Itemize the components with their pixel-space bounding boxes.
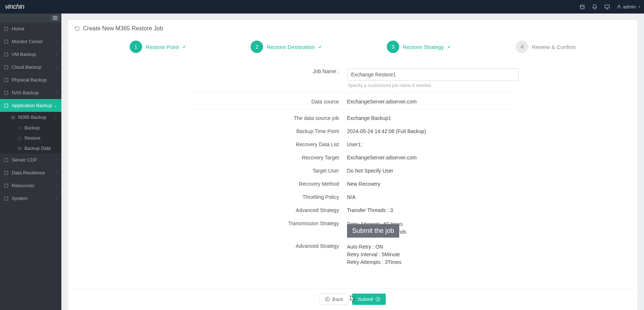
svg-rect-7 [4, 53, 8, 56]
field-label: Target User [68, 166, 347, 174]
review-row: Data sourceExchangeServer.adserver.com [68, 94, 637, 107]
step-4[interactable]: 4Review & Confirm [516, 41, 576, 53]
field-label: Recovery Method [68, 179, 347, 187]
svg-rect-2 [605, 5, 609, 8]
list-icon[interactable] [579, 4, 585, 10]
sidebar-subsub-restore[interactable]: Restore [0, 133, 61, 143]
sidebar-item-vm-backup[interactable]: VM Backup‹ [0, 48, 61, 61]
step-number: 4 [516, 41, 528, 53]
field-value: 2024-05-24 14:42:08 (Full Backup) [347, 127, 637, 134]
chevron-left-icon: ‹ [56, 65, 57, 69]
field-value: Exchange Backup1 [347, 114, 637, 121]
app-header: vinchin admin [0, 0, 644, 14]
job-name-input[interactable] [347, 68, 519, 81]
divider [192, 109, 513, 109]
chevron-down-icon [638, 5, 641, 8]
step-label: Restore Point [146, 44, 179, 50]
advanced-strategy-2-row: Advanced Strategy Auto Retry : ONRetry I… [68, 239, 637, 269]
chevron-left-icon: ‹ [56, 39, 57, 44]
submit-button[interactable]: Submit [352, 294, 385, 305]
chevron-left-icon: ‹ [56, 158, 57, 162]
step-2[interactable]: 2Restore Destination✔ [251, 41, 322, 53]
step-number: 1 [130, 41, 142, 53]
sidebar-collapse-button[interactable] [51, 15, 59, 21]
main-area: Create New M365 Restore Job 1Restore Poi… [61, 14, 644, 310]
review-row: Backup Time Point2024-05-24 14:42:08 (Fu… [68, 124, 637, 137]
wizard-stepper: 1Restore Point✔2Restore Destination✔3Res… [68, 37, 637, 60]
job-name-hint: Specify a customized job name if needed. [348, 83, 637, 88]
review-row: Advanced StrategyTransfer Threads : 3 [68, 203, 637, 216]
field-label: Throttling Policy [68, 193, 347, 200]
svg-rect-18 [4, 171, 8, 174]
svg-point-14 [18, 126, 21, 129]
step-3[interactable]: 3Restore Strategy✔ [387, 41, 451, 53]
sidebar-item-physical-backup[interactable]: Physical Backup‹ [0, 73, 61, 86]
bell-icon[interactable] [592, 4, 598, 10]
svg-rect-10 [4, 91, 8, 94]
svg-rect-0 [580, 5, 584, 9]
check-icon: ✔ [319, 45, 322, 49]
job-name-row: Job Name : Specify a customized job name… [68, 64, 637, 91]
svg-point-22 [376, 297, 380, 301]
svg-rect-19 [4, 184, 8, 187]
arrow-right-icon [376, 297, 380, 302]
svg-rect-5 [4, 27, 8, 30]
header-tools: admin [579, 4, 641, 10]
svg-point-21 [326, 297, 330, 301]
field-label: The data source job [68, 114, 347, 121]
sidebar-item-system[interactable]: System‹ [0, 192, 61, 205]
label-job-name: Job Name : [68, 67, 347, 74]
form-area: Job Name : Specify a customized job name… [68, 60, 637, 288]
chevron-left-icon: ‹ [56, 184, 57, 188]
svg-rect-11 [4, 104, 8, 107]
field-value: User1; [347, 140, 637, 147]
step-label: Restore Destination [267, 44, 315, 50]
step-number: 2 [251, 41, 263, 53]
sidebar-item-application-backup[interactable]: Application Backup⌄ [0, 99, 61, 112]
svg-rect-20 [4, 197, 8, 200]
monitor-icon[interactable] [604, 4, 610, 10]
sidebar-item-server-cdp[interactable]: Server CDP‹ [0, 154, 61, 166]
review-row: Recovery MethodNew Recovery [68, 177, 637, 190]
chevron-left-icon: ‹ [56, 171, 57, 175]
label-adv2: Advanced Strategy [68, 242, 347, 249]
svg-point-4 [618, 5, 620, 7]
sidebar-item-home[interactable]: Home [0, 22, 61, 35]
sidebar-item-resources[interactable]: Resources‹ [0, 179, 61, 192]
step-label: Review & Confirm [532, 44, 576, 50]
field-value: ExchangeServer.adserver.com [347, 153, 637, 160]
chevron-left-icon: ‹ [56, 196, 57, 200]
field-label: Recovery Target [68, 153, 347, 160]
step-number: 3 [387, 41, 399, 53]
svg-rect-13 [12, 118, 15, 119]
sidebar: HomeMonitor Center‹VM Backup‹Cloud Backu… [0, 14, 61, 310]
chevron-down-icon: ⌄ [54, 116, 57, 120]
check-icon: ✔ [447, 45, 451, 49]
review-row: Recovery TargetExchangeServer.adserver.c… [68, 150, 637, 163]
value-adv2: Auto Retry : ONRetry Interval : 5MinuteR… [347, 242, 637, 266]
svg-rect-8 [4, 65, 8, 69]
sidebar-subsub-backup-data[interactable]: Backup Data [0, 143, 61, 154]
svg-rect-9 [4, 78, 8, 82]
field-label: Backup Time Point [68, 127, 347, 134]
field-label: Advanced Strategy [68, 206, 347, 213]
svg-rect-15 [18, 147, 21, 150]
sidebar-sub-m365-backup[interactable]: M365 Backup⌄ [0, 112, 61, 123]
sidebar-subsub-backup[interactable]: Backup [0, 123, 61, 133]
sidebar-item-cloud-backup[interactable]: Cloud Backup‹ [0, 61, 61, 73]
sidebar-item-data-resilience[interactable]: Data Resilience‹ [0, 166, 61, 179]
field-value: Do Not Specify User [347, 166, 637, 174]
step-1[interactable]: 1Restore Point✔ [130, 41, 186, 53]
user-menu[interactable]: admin [617, 4, 641, 10]
content-card: Create New M365 Restore Job 1Restore Poi… [68, 20, 637, 310]
field-value: N/A [347, 193, 637, 200]
page-title-text: Create New M365 Restore Job [83, 25, 163, 32]
back-button[interactable]: Back [320, 294, 348, 305]
sidebar-item-monitor-center[interactable]: Monitor Center‹ [0, 35, 61, 48]
chevron-left-icon: ‹ [56, 91, 57, 95]
chevron-left-icon: ‹ [56, 52, 57, 56]
refresh-icon [75, 26, 80, 31]
review-row: Recovery Data ListUser1; [68, 137, 637, 150]
chevron-down-icon: ⌄ [54, 103, 57, 107]
sidebar-item-nas-backup[interactable]: NAS Backup‹ [0, 86, 61, 99]
